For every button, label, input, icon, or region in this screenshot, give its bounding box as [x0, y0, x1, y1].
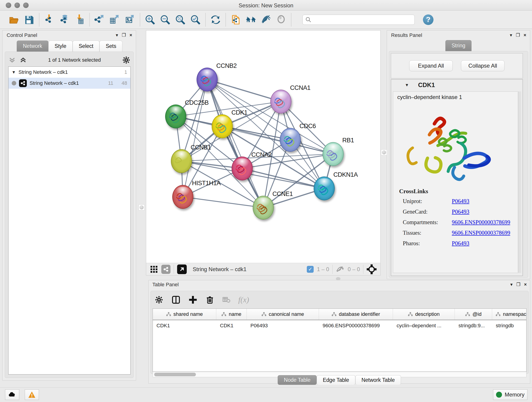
tab-node-table[interactable]: Node Table — [278, 375, 317, 385]
gene-collapse-icon[interactable]: ▼ — [405, 83, 409, 88]
control-panel-float-icon[interactable]: ❐ — [122, 32, 126, 38]
node-CCNE1[interactable] — [253, 196, 274, 220]
fit-selected-target-icon[interactable] — [367, 264, 377, 274]
export-image-button[interactable] — [122, 13, 138, 27]
export-table-button[interactable] — [107, 13, 122, 27]
open-session-button[interactable] — [6, 13, 22, 27]
node-structure-thumbnail — [173, 185, 194, 209]
table-panel-float-icon[interactable]: ❐ — [516, 282, 520, 287]
first-neighbors-button[interactable] — [243, 13, 259, 27]
main-toolbar: ? — [0, 11, 532, 29]
results-panel-close-icon[interactable]: × — [524, 32, 526, 38]
node-CCNA1[interactable] — [270, 89, 291, 114]
grid-view-icon[interactable] — [150, 265, 158, 274]
control-panel-close-icon[interactable]: × — [129, 32, 132, 38]
cell-name[interactable]: CDK1 — [216, 323, 247, 329]
column-header-canonical-name[interactable]: canonical name — [247, 309, 319, 320]
tab-sets[interactable]: Sets — [99, 41, 122, 51]
column-header--id[interactable]: @id — [455, 309, 492, 320]
control-panel-menu-icon[interactable]: ▾ — [116, 32, 118, 38]
node-RB1[interactable] — [323, 142, 344, 166]
node-structure-thumbnail — [271, 90, 292, 114]
import-network-file-button[interactable] — [42, 13, 57, 27]
column-header-name[interactable]: name — [216, 309, 247, 320]
import-network-database-button[interactable] — [57, 13, 72, 27]
zoom-selected-button[interactable] — [188, 13, 203, 27]
open-in-window-icon[interactable] — [177, 264, 187, 274]
column-header-description[interactable]: description — [393, 309, 455, 320]
crosslink-link[interactable]: P06493 — [452, 198, 469, 204]
search-input[interactable] — [312, 17, 414, 23]
warnings-button[interactable] — [25, 389, 39, 400]
crosslinks-title: CrossLinks — [399, 188, 510, 195]
selected-nodes-checkbox[interactable]: ✓ — [307, 266, 314, 273]
expand-all-tree-icon[interactable] — [8, 56, 16, 64]
node-CCNA2[interactable] — [232, 157, 253, 180]
tab-network[interactable]: Network — [17, 41, 48, 51]
clone-network-button[interactable] — [228, 13, 243, 27]
network-canvas[interactable]: CCNB2CCNA1CDC25BCDK1CDC6RB1CCNB1CCNA2CDK… — [146, 31, 380, 263]
results-panel-menu-icon[interactable]: ▾ — [510, 32, 512, 38]
hide-selected-button[interactable] — [259, 13, 273, 27]
node-CDK1[interactable] — [212, 114, 233, 138]
tab-string[interactable]: String — [445, 40, 472, 51]
bottom-splitter-handle[interactable] — [336, 277, 341, 280]
crosslink-link[interactable]: P06493 — [452, 209, 469, 215]
cell-description[interactable]: cyclin–dependent ... — [393, 323, 455, 329]
import-table-file-button[interactable] — [72, 13, 87, 27]
tab-style[interactable]: Style — [48, 41, 72, 51]
show-all-button[interactable] — [273, 13, 289, 27]
tab-edge-table[interactable]: Edge Table — [317, 375, 355, 385]
search-field[interactable] — [302, 15, 415, 25]
memory-button[interactable]: Memory — [493, 389, 527, 400]
cell-database-identifier[interactable]: 9606.ENSP00000378699 — [319, 323, 393, 329]
collapse-all-tree-icon[interactable] — [19, 56, 27, 64]
node-CCNB2[interactable] — [196, 68, 218, 91]
right-splitter-handle[interactable] — [381, 149, 387, 155]
table-panel-menu-icon[interactable]: ▾ — [510, 282, 513, 287]
toolbar-separator — [291, 13, 291, 26]
column-header-database-identifier[interactable]: database identifier — [319, 309, 393, 320]
collapse-all-button[interactable]: Collapse All — [461, 60, 505, 71]
network-collection-row[interactable]: ▼ String Network – cdk1 1 — [8, 67, 130, 78]
string-view-icon[interactable] — [161, 265, 171, 274]
network-row[interactable]: String Network – cdk1 11 48 — [8, 78, 130, 89]
save-session-button[interactable] — [22, 13, 37, 27]
cell--id[interactable]: stringdb:9... — [455, 323, 492, 329]
collection-expand-icon[interactable]: ▼ — [12, 70, 16, 75]
node-CDC25B[interactable] — [165, 104, 186, 128]
zoom-fit-button[interactable] — [173, 13, 188, 27]
create-column-plus-icon[interactable] — [188, 295, 197, 304]
node-CDKN1A[interactable] — [314, 177, 335, 200]
cell-shared-name[interactable]: CDK1 — [153, 323, 216, 329]
cloud-button[interactable] — [5, 389, 19, 400]
tab-network-table[interactable]: Network Table — [355, 375, 401, 385]
crosslink-link[interactable]: 9606.ENSP00000378699 — [452, 230, 510, 236]
left-splitter-handle[interactable] — [139, 204, 145, 211]
expand-all-button[interactable]: Expand All — [409, 60, 453, 71]
cell-canonical-name[interactable]: P06493 — [247, 323, 319, 329]
export-network-button[interactable] — [92, 13, 107, 27]
table-panel-close-icon[interactable]: × — [524, 282, 527, 287]
zoom-in-button[interactable] — [143, 13, 158, 27]
refresh-button[interactable] — [208, 13, 223, 27]
crosslink-link[interactable]: 9606.ENSP00000378699 — [452, 219, 510, 225]
node-CDC6[interactable] — [280, 128, 301, 152]
node-CCNB1[interactable] — [171, 149, 192, 173]
zoom-out-button[interactable] — [158, 13, 173, 27]
table-row[interactable]: CDK1CDK1P064939606.ENSP00000378699cyclin… — [153, 320, 526, 331]
node-HIST1H1A[interactable] — [172, 185, 193, 209]
network-options-gear-icon[interactable] — [122, 56, 131, 64]
tab-select[interactable]: Select — [73, 41, 100, 51]
table-options-gear-icon[interactable] — [154, 295, 164, 304]
column-header-shared-name[interactable]: shared name — [153, 309, 216, 320]
results-panel-float-icon[interactable]: ❐ — [516, 32, 520, 38]
delete-column-trash-icon[interactable] — [205, 295, 215, 304]
cell-namespac[interactable]: stringdb — [492, 323, 526, 329]
crosslink-link[interactable]: P06493 — [452, 240, 469, 247]
help-button[interactable]: ? — [423, 14, 433, 25]
column-header-namespac[interactable]: namespac — [492, 309, 526, 320]
show-columns-icon[interactable] — [171, 295, 181, 304]
node-table[interactable]: shared namenamecanonical namedatabase id… — [152, 308, 526, 372]
results-scrollbar[interactable] — [519, 91, 521, 273]
